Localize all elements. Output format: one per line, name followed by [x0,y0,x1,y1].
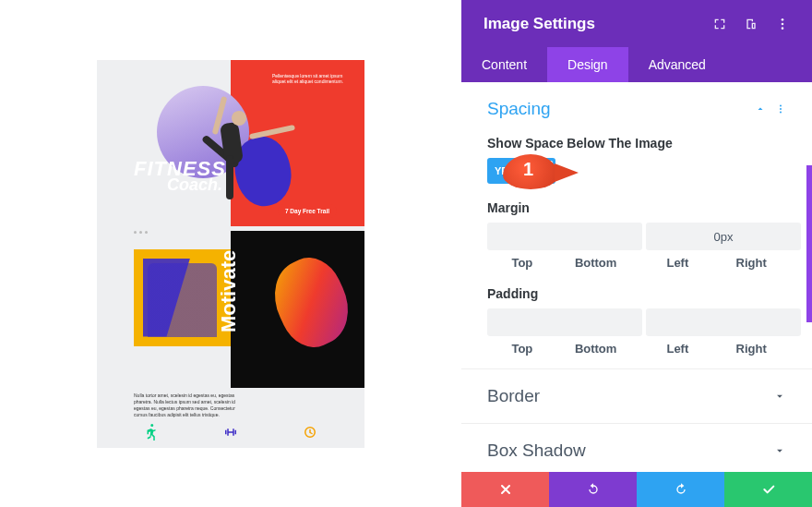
toggle-knob [525,161,553,181]
more-icon[interactable] [775,17,790,31]
svg-point-2 [782,27,784,30]
section-spacing-title[interactable]: Spacing [487,99,551,119]
timer-icon [302,424,318,441]
delete-button[interactable] [461,472,549,507]
margin-label: Margin [487,200,786,215]
motivate-text: Motivate [217,249,241,332]
panel-header: Image Settings [461,0,812,47]
feature-icons [143,424,318,441]
tab-design[interactable]: Design [547,47,628,82]
undo-button[interactable] [549,472,637,507]
settings-panel: Image Settings Content Design Advanced S… [461,0,812,507]
cta-button[interactable]: 7 Day Free Trail [278,204,337,218]
black-card [231,231,364,388]
panel-body: Spacing Show Space Below The Image YES M… [461,82,812,472]
show-space-label: Show Space Below The Image [487,136,786,151]
svg-point-0 [782,18,784,21]
padding-bottom-input[interactable] [646,308,801,336]
pager-dots [134,231,148,234]
padding-top-input[interactable] [487,308,642,336]
confirm-button[interactable] [724,472,812,507]
lbl-bottom2: Bottom [561,342,631,356]
section-border-title[interactable]: Border [487,386,540,406]
expand-icon[interactable] [712,17,727,31]
lbl-top2: Top [487,342,557,356]
padding-label: Padding [487,286,786,301]
lbl-right2: Right [716,342,786,356]
margin-bottom-input[interactable] [646,223,801,250]
coach-heading: Coach. [167,175,222,195]
lbl-bottom: Bottom [561,256,631,270]
design-canvas: Pellentesque lorem sit amet ipsum alique… [97,60,364,448]
lbl-left: Left [643,256,713,270]
section-boxshadow-title[interactable]: Box Shadow [487,441,586,461]
tab-advanced[interactable]: Advanced [628,47,726,82]
margin-top-input[interactable] [487,223,642,250]
body-paragraph: Nulla tortor amet, scelesin id egestas e… [134,392,245,418]
svg-point-3 [780,105,782,107]
footer-actions [461,472,812,507]
lbl-top: Top [487,256,557,270]
preview-area: Pellentesque lorem sit amet ipsum alique… [0,0,461,507]
scrollbar-indicator[interactable] [806,165,812,322]
collapse-icon[interactable] [755,103,766,115]
tab-content[interactable]: Content [461,47,547,82]
show-space-toggle[interactable]: YES [487,158,555,184]
chevron-down-icon[interactable] [773,444,786,457]
hero-blurb: Pellentesque lorem sit amet ipsum alique… [272,73,355,85]
section-more-icon[interactable] [775,103,786,115]
panel-title: Image Settings [484,15,595,33]
dumbbell-icon [222,424,239,441]
svg-point-1 [782,22,784,25]
toggle-yes-label: YES [487,165,522,176]
tabs: Content Design Advanced [461,47,812,82]
svg-point-4 [780,108,782,110]
chevron-down-icon[interactable] [773,390,786,403]
redo-button[interactable] [637,472,724,507]
runner-icon [143,424,160,441]
lbl-right: Right [716,256,786,270]
responsive-icon[interactable] [744,17,758,31]
svg-point-5 [780,112,782,114]
lbl-left2: Left [643,342,713,356]
